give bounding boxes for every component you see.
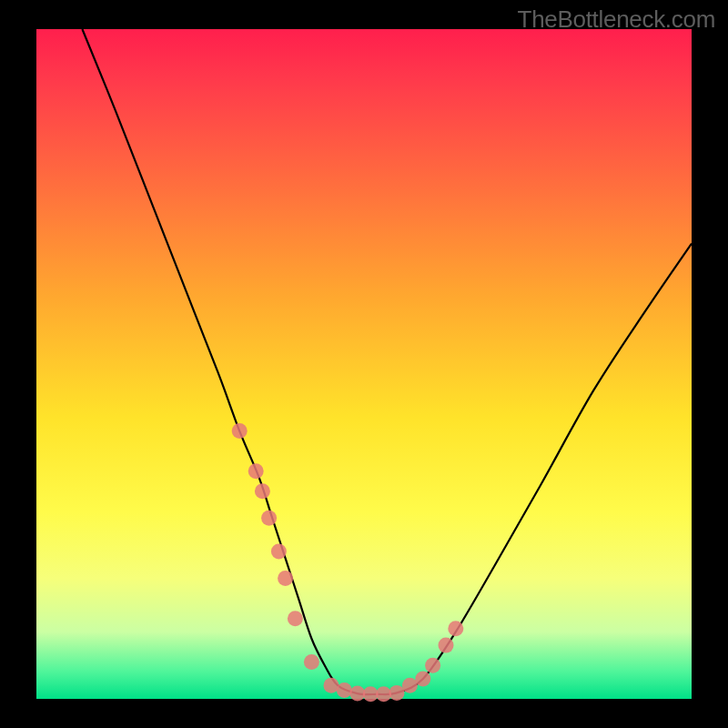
data-marker xyxy=(278,571,293,586)
plot-area xyxy=(36,29,692,699)
data-marker xyxy=(255,483,270,499)
marker-group xyxy=(232,423,464,702)
data-marker xyxy=(304,654,319,670)
data-marker xyxy=(415,671,430,686)
chart-frame: TheBottleneck.com xyxy=(0,0,728,728)
data-marker xyxy=(389,685,405,701)
data-marker xyxy=(376,686,391,702)
data-marker xyxy=(448,621,463,636)
data-marker xyxy=(439,638,454,653)
data-marker xyxy=(271,544,287,560)
data-marker xyxy=(261,511,277,526)
data-marker xyxy=(425,658,440,673)
data-marker xyxy=(232,423,248,439)
data-marker xyxy=(402,678,418,693)
data-marker xyxy=(288,611,303,626)
bottleneck-curve xyxy=(36,29,692,699)
data-marker xyxy=(248,463,264,479)
data-marker xyxy=(337,682,352,698)
curve-line xyxy=(82,29,692,694)
